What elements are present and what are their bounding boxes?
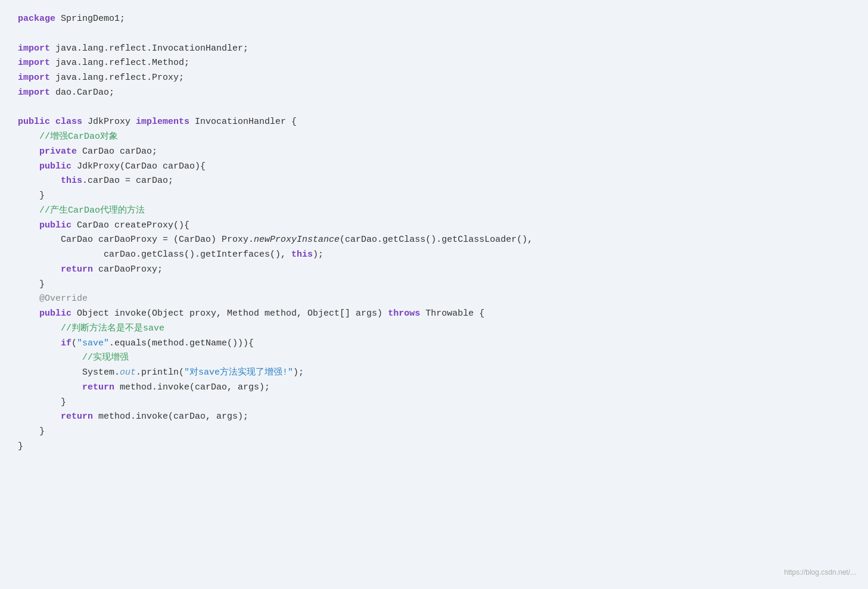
code-line-17: carDao.getClass().getInterfaces(), this)… xyxy=(18,248,850,263)
code-line-10: private CarDao carDao; xyxy=(18,145,850,160)
code-line-15: public CarDao createProxy(){ xyxy=(18,219,850,233)
code-line-23: if("save".equals(method.getName())){ xyxy=(18,336,850,351)
code-line-11: public JdkProxy(CarDao carDao){ xyxy=(18,160,850,174)
code-line-26: return method.invoke(carDao, args); xyxy=(18,381,850,395)
watermark: https://blog.csdn.net/... xyxy=(784,567,856,578)
code-line-27: } xyxy=(18,395,850,410)
code-line-9: //增强CarDao对象 xyxy=(18,130,850,145)
code-block: package SpringDemo1; import java.lang.re… xyxy=(18,12,850,454)
code-line-2 xyxy=(18,27,850,42)
code-line-3: import java.lang.reflect.InvocationHandl… xyxy=(18,42,850,57)
code-line-4: import java.lang.reflect.Method; xyxy=(18,56,850,71)
code-line-29: } xyxy=(18,425,850,440)
code-line-20: @Override xyxy=(18,292,850,307)
code-line-6: import dao.CarDao; xyxy=(18,86,850,101)
code-line-13: } xyxy=(18,189,850,204)
code-line-24: //实现增强 xyxy=(18,351,850,366)
code-line-18: return carDaoProxy; xyxy=(18,263,850,278)
code-container: package SpringDemo1; import java.lang.re… xyxy=(0,0,868,589)
code-line-7 xyxy=(18,101,850,116)
code-line-25: System.out.println("对save方法实现了增强!"); xyxy=(18,366,850,381)
code-line-22: //判断方法名是不是save xyxy=(18,322,850,336)
code-line-12: this.carDao = carDao; xyxy=(18,174,850,189)
code-line-28: return method.invoke(carDao, args); xyxy=(18,410,850,425)
code-line-19: } xyxy=(18,278,850,292)
code-line-21: public Object invoke(Object proxy, Metho… xyxy=(18,307,850,322)
code-line-16: CarDao carDaoProxy = (CarDao) Proxy.newP… xyxy=(18,233,850,248)
code-line-5: import java.lang.reflect.Proxy; xyxy=(18,71,850,86)
code-line-8: public class JdkProxy implements Invocat… xyxy=(18,115,850,130)
code-line-14: //产生CarDao代理的方法 xyxy=(18,204,850,219)
code-line-1: package SpringDemo1; xyxy=(18,12,850,27)
code-line-30: } xyxy=(18,440,850,454)
